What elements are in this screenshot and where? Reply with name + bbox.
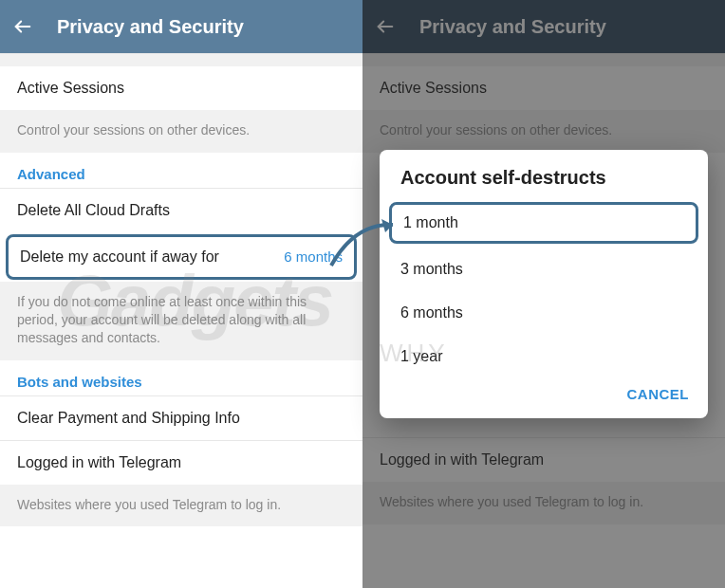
option-1-month[interactable]: 1 month: [389, 202, 698, 244]
delete-cloud-drafts-row[interactable]: Delete All Cloud Drafts: [0, 188, 362, 232]
section-bots-label: Bots and websites: [0, 360, 362, 395]
active-sessions-row[interactable]: Active Sessions: [0, 66, 362, 110]
option-3-months[interactable]: 3 months: [380, 248, 708, 291]
delete-account-away-value: 6 months: [284, 248, 343, 265]
page-title: Privacy and Security: [57, 16, 244, 38]
delete-away-hint: If you do not come online at least once …: [0, 282, 362, 360]
clear-payment-row[interactable]: Clear Payment and Shipping Info: [0, 395, 362, 440]
privacy-settings-panel-right: Privacy and Security Active Sessions Con…: [362, 0, 725, 588]
delete-account-away-row[interactable]: Delete my account if away for 6 months: [6, 234, 357, 280]
logged-in-telegram-row[interactable]: Logged in with Telegram: [0, 440, 362, 485]
option-1-year[interactable]: 1 year: [380, 335, 708, 378]
header-bar: Privacy and Security: [0, 0, 362, 53]
back-arrow-icon[interactable]: [11, 15, 34, 38]
self-destruct-dialog: Account self-destructs 1 month 3 months …: [380, 150, 708, 418]
privacy-settings-panel-left: Privacy and Security Active Sessions Con…: [0, 0, 362, 588]
divider: [0, 53, 362, 66]
dialog-title: Account self-destructs: [380, 167, 708, 198]
logged-in-hint: Websites where you used Telegram to log …: [0, 485, 362, 527]
option-6-months[interactable]: 6 months: [380, 291, 708, 335]
delete-account-away-label: Delete my account if away for: [20, 248, 219, 266]
section-advanced-label: Advanced: [0, 153, 362, 188]
sessions-hint: Control your sessions on other devices.: [0, 110, 362, 153]
cancel-button[interactable]: CANCEL: [627, 386, 690, 402]
